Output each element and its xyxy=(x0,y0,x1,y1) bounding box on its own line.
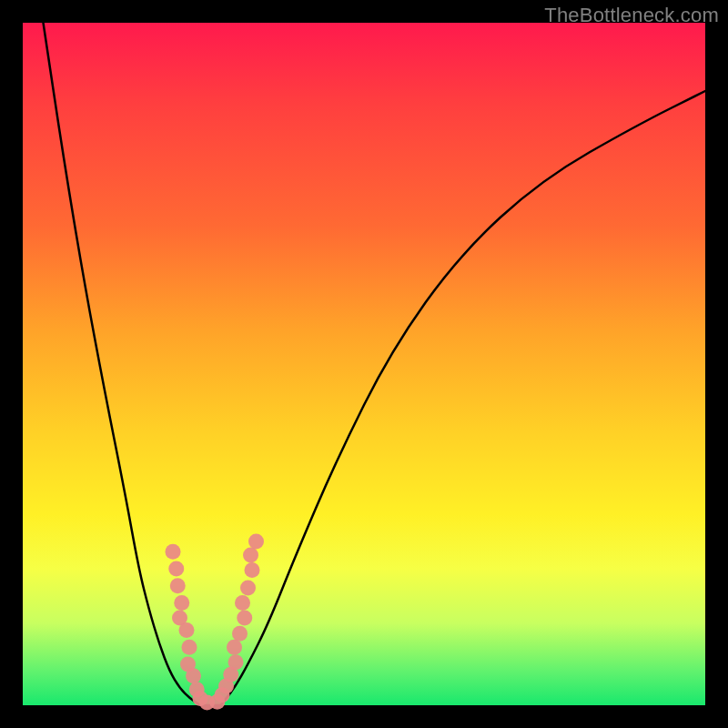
marker-right-cluster xyxy=(243,548,258,563)
marker-right-cluster xyxy=(237,611,252,626)
marker-left-cluster xyxy=(166,544,181,560)
chart-frame: TheBottleneck.com xyxy=(0,0,728,728)
marker-layer xyxy=(166,534,265,711)
marker-right-cluster xyxy=(232,626,248,642)
marker-right-cluster xyxy=(248,534,264,550)
marker-left-cluster xyxy=(174,595,189,611)
marker-left-cluster xyxy=(179,622,195,638)
marker-left-cluster xyxy=(168,561,184,577)
plot-area xyxy=(23,23,705,705)
marker-left-cluster xyxy=(170,578,186,593)
series-right-branch xyxy=(221,91,706,705)
watermark-text: TheBottleneck.com xyxy=(544,4,719,27)
marker-right-cluster xyxy=(235,595,250,611)
marker-right-cluster xyxy=(227,640,242,655)
marker-right-cluster xyxy=(245,562,260,578)
marker-right-cluster xyxy=(228,654,244,670)
curve-layer xyxy=(44,23,706,705)
marker-right-cluster xyxy=(240,581,256,596)
marker-left-cluster xyxy=(186,668,201,683)
marker-left-cluster xyxy=(182,640,197,655)
chart-svg xyxy=(23,23,705,705)
